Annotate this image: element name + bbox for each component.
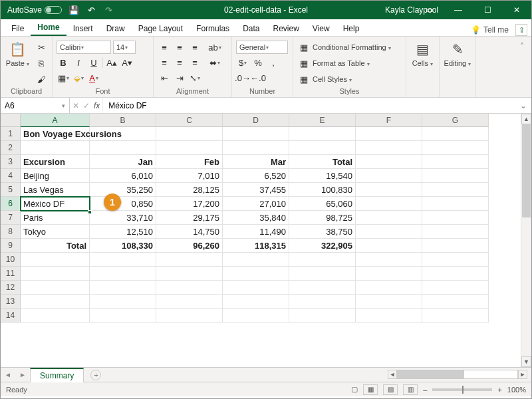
cell[interactable] [156,141,223,155]
close-icon[interactable]: ✕ [502,1,531,19]
cell[interactable] [422,281,489,295]
merge-icon[interactable]: ⬌ [208,56,221,69]
cell[interactable] [90,267,156,281]
tell-me-search[interactable]: 💡 Tell me [471,25,509,35]
cell[interactable]: Beijing [21,169,90,183]
cell[interactable]: 118,315 [223,239,289,253]
paste-button[interactable]: 📋 Paste [5,41,31,67]
column-header[interactable]: D [223,114,289,127]
row-header[interactable]: 6 [1,197,21,211]
cell[interactable]: México DF [21,197,90,211]
orientation-icon[interactable]: ⤡ [188,71,201,84]
cell[interactable] [156,253,223,267]
spreadsheet-grid[interactable]: ABCDEFG1Bon Voyage Excursions23Excursion… [1,114,531,367]
tab-insert[interactable]: Insert [66,21,100,36]
decrease-indent-icon[interactable]: ⇤ [158,71,171,84]
column-header[interactable]: F [356,114,422,127]
cell[interactable] [356,281,422,295]
maximize-icon[interactable]: ☐ [473,1,502,19]
italic-button[interactable]: I [72,56,85,69]
row-header[interactable]: 4 [1,169,21,183]
font-size-select[interactable]: 14 [113,41,136,54]
cell[interactable] [289,281,356,295]
font-color-button[interactable]: A [87,71,100,84]
cell[interactable]: 33,710 [90,211,156,225]
row-header[interactable]: 10 [1,253,21,267]
row-header[interactable]: 9 [1,239,21,253]
cell[interactable] [356,141,422,155]
cell[interactable] [223,141,289,155]
cell[interactable] [289,253,356,267]
cell[interactable] [223,127,289,141]
share-button[interactable]: ⇪ [515,24,527,36]
cell[interactable] [422,127,489,141]
cell[interactable]: Jan [90,155,156,169]
cell[interactable] [356,211,422,225]
grow-font-icon[interactable]: A▴ [105,56,118,69]
conditional-formatting-button[interactable]: ▦Conditional Formatting [297,41,391,54]
cell[interactable] [356,239,422,253]
cell[interactable] [422,267,489,281]
cell[interactable]: 19,540 [289,169,356,183]
cell[interactable]: 98,725 [289,211,356,225]
cell[interactable] [90,309,156,323]
cell[interactable] [90,253,156,267]
tab-file[interactable]: File [5,21,31,36]
row-header[interactable]: 1 [1,127,21,141]
cell[interactable]: 14,750 [156,225,223,239]
underline-button[interactable]: U [87,56,100,69]
cell[interactable]: Excursion [21,155,90,169]
fill-handle[interactable] [88,210,92,214]
cell[interactable]: 27,010 [223,197,289,211]
cell[interactable]: 37,455 [223,183,289,197]
horizontal-scrollbar[interactable]: ◄ ► [388,370,527,379]
cell[interactable]: 29,175 [156,211,223,225]
undo-icon[interactable]: ↶ [86,5,96,15]
cut-icon[interactable]: ✂ [35,41,48,54]
increase-indent-icon[interactable]: ⇥ [173,71,186,84]
cell[interactable]: 322,905 [289,239,356,253]
autosave-toggle[interactable]: AutoSave [7,5,62,15]
cell[interactable] [356,309,422,323]
row-header[interactable]: 7 [1,211,21,225]
cell[interactable]: 6,010 [90,169,156,183]
cell[interactable] [422,141,489,155]
cell[interactable] [422,295,489,309]
collapse-ribbon-icon[interactable]: ˄ [515,39,529,53]
cell[interactable] [289,267,356,281]
scroll-left-icon[interactable]: ◄ [388,370,397,379]
cell[interactable] [21,295,90,309]
cell[interactable] [356,295,422,309]
tab-data[interactable]: Data [236,21,266,36]
cell[interactable] [223,295,289,309]
format-painter-icon[interactable]: 🖌 [35,72,48,86]
row-header[interactable]: 11 [1,267,21,281]
cell[interactable] [21,309,90,323]
zoom-level[interactable]: 100% [507,386,526,394]
sheet-nav-prev-icon[interactable]: ◄ [1,371,15,378]
cell[interactable] [90,295,156,309]
column-header[interactable]: B [90,114,156,127]
cell[interactable]: Bon Voyage Excursions [21,127,90,141]
record-macro-icon[interactable]: ▢ [351,385,358,394]
cell[interactable] [289,309,356,323]
cell[interactable] [223,253,289,267]
cell[interactable]: 38,750 [289,225,356,239]
accept-formula-icon[interactable]: ✓ [83,101,90,110]
font-name-select[interactable]: Calibri [57,41,111,54]
cell[interactable]: Tokyo [21,225,90,239]
column-header[interactable]: C [156,114,223,127]
minimize-icon[interactable]: ― [444,1,473,19]
cell[interactable] [422,183,489,197]
name-box[interactable]: A6▾ [1,98,70,113]
cell[interactable] [356,127,422,141]
formula-input[interactable]: México DF [103,98,515,113]
tab-view[interactable]: View [306,21,336,36]
cell[interactable]: 11,490 [223,225,289,239]
scroll-right-icon[interactable]: ► [518,370,527,379]
cell[interactable] [422,155,489,169]
align-middle-icon[interactable]: ≡ [173,41,186,54]
cell[interactable]: 35,250 [90,183,156,197]
cell[interactable]: Las Vegas [21,183,90,197]
cell[interactable] [422,197,489,211]
